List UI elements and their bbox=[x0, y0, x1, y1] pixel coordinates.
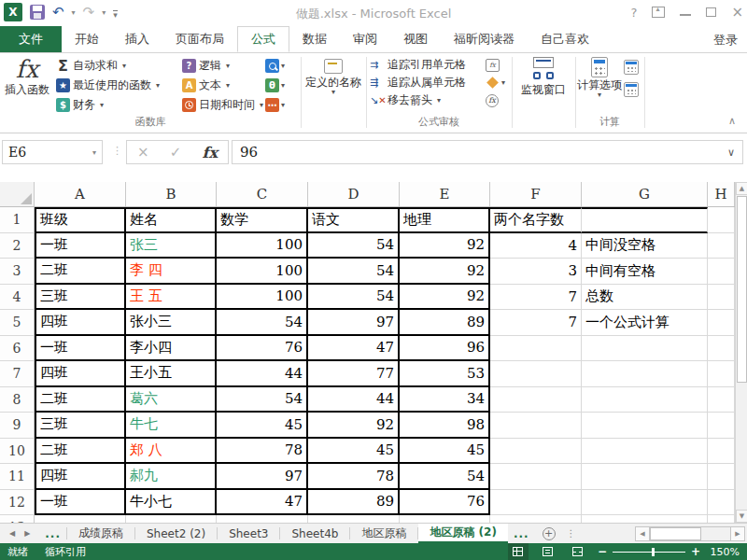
cell-E13[interactable] bbox=[400, 515, 490, 523]
scroll-up-icon[interactable]: ▲ bbox=[736, 182, 747, 195]
cell-E9[interactable]: 98 bbox=[400, 413, 490, 439]
sheet-tab-2[interactable]: Sheet2 (2) bbox=[135, 524, 217, 543]
cell-E2[interactable]: 92 bbox=[400, 233, 490, 259]
cell-E11[interactable]: 54 bbox=[400, 464, 490, 490]
zoom-level[interactable]: 150% bbox=[710, 546, 740, 558]
collapse-ribbon-button[interactable]: ∧ bbox=[728, 115, 736, 127]
row-header-13[interactable]: 13 bbox=[0, 515, 35, 523]
cell-G1[interactable] bbox=[582, 207, 708, 233]
scroll-down-icon[interactable]: ▼ bbox=[736, 510, 747, 523]
scroll-right-icon[interactable]: ▶ bbox=[730, 526, 745, 541]
watch-window-button[interactable]: 监视窗口 bbox=[514, 55, 573, 96]
cell-D8[interactable]: 44 bbox=[308, 387, 400, 413]
select-all-corner[interactable] bbox=[0, 182, 35, 206]
math-trig-button[interactable]: θ▾ bbox=[265, 76, 285, 95]
cell-A10[interactable]: 二班 bbox=[35, 439, 126, 465]
cell-C1[interactable]: 数学 bbox=[217, 207, 308, 233]
close-button[interactable]: × bbox=[731, 4, 743, 21]
more-sheets-left[interactable]: ... bbox=[39, 524, 66, 543]
row-header-10[interactable]: 10 bbox=[0, 439, 35, 465]
minimize-button[interactable] bbox=[680, 8, 691, 16]
cell-H13[interactable] bbox=[708, 515, 735, 523]
cell-C3[interactable]: 100 bbox=[217, 259, 308, 285]
cell-G3[interactable]: 中间有空格 bbox=[582, 259, 708, 285]
cell-E6[interactable]: 96 bbox=[400, 336, 490, 362]
help-button[interactable]: ? bbox=[631, 6, 638, 20]
maximize-button[interactable] bbox=[706, 7, 716, 17]
more-functions-button[interactable]: ⋯▾ bbox=[265, 95, 285, 115]
cell-C6[interactable]: 76 bbox=[217, 336, 308, 362]
ribbon-tab-2[interactable]: 开始 bbox=[62, 26, 112, 52]
cell-E7[interactable]: 53 bbox=[400, 361, 490, 387]
ribbon-tab-8[interactable]: 视图 bbox=[390, 26, 441, 52]
vertical-scroll-thumb[interactable] bbox=[737, 196, 747, 383]
row-header-1[interactable]: 1 bbox=[0, 207, 35, 233]
sheet-nav-right-icon[interactable]: ▶ bbox=[24, 529, 30, 538]
date-time-functions-button[interactable]: 日期和时间▾ bbox=[182, 95, 263, 115]
cell-B2[interactable]: 张三 bbox=[126, 233, 217, 259]
column-header-H[interactable]: H bbox=[708, 182, 735, 206]
insert-function-button[interactable]: fx 插入函数 bbox=[2, 55, 52, 96]
cell-G7[interactable] bbox=[582, 361, 708, 387]
row-header-8[interactable]: 8 bbox=[0, 387, 35, 413]
cell-D6[interactable]: 47 bbox=[308, 336, 400, 362]
enter-icon[interactable]: ✓ bbox=[170, 144, 182, 161]
cell-B12[interactable]: 牛小七 bbox=[126, 490, 217, 516]
ribbon-tab-4[interactable]: 页面布局 bbox=[162, 26, 237, 52]
cell-G12[interactable] bbox=[582, 490, 708, 516]
cell-F11[interactable] bbox=[490, 464, 582, 490]
row-header-2[interactable]: 2 bbox=[0, 233, 35, 259]
cell-H6[interactable] bbox=[708, 336, 735, 362]
row-header-7[interactable]: 7 bbox=[0, 361, 35, 387]
column-header-D[interactable]: D bbox=[308, 182, 400, 206]
cell-H8[interactable] bbox=[708, 387, 735, 413]
cell-C4[interactable]: 100 bbox=[217, 285, 308, 311]
cell-H4[interactable] bbox=[708, 285, 735, 311]
name-box[interactable]: E6 ▾ bbox=[2, 140, 103, 164]
cell-A8[interactable]: 二班 bbox=[35, 387, 126, 413]
zoom-slider-thumb[interactable] bbox=[652, 548, 655, 556]
trace-precedents-button[interactable]: ⇉ 追踪引用单元格 bbox=[370, 56, 469, 74]
row-header-3[interactable]: 3 bbox=[0, 259, 35, 285]
circular-reference-status[interactable]: 循环引用 bbox=[45, 545, 86, 559]
cell-F12[interactable] bbox=[490, 490, 582, 516]
cell-B11[interactable]: 郝九 bbox=[126, 464, 217, 490]
sheet-tab-3[interactable]: Sheet3 bbox=[218, 524, 279, 543]
formula-bar-handle[interactable]: ⋮ bbox=[112, 145, 123, 157]
sign-in-link[interactable]: 登录 bbox=[713, 26, 738, 53]
cell-E5[interactable]: 89 bbox=[400, 310, 490, 336]
calculate-sheet-button[interactable] bbox=[624, 82, 639, 97]
cell-H5[interactable] bbox=[708, 310, 735, 336]
formula-input[interactable]: 96 ∨ bbox=[232, 140, 743, 164]
cell-C11[interactable]: 97 bbox=[217, 464, 308, 490]
ribbon-tab-3[interactable]: 插入 bbox=[112, 26, 162, 52]
column-header-E[interactable]: E bbox=[400, 182, 490, 206]
cell-H2[interactable] bbox=[708, 233, 735, 259]
cell-A4[interactable]: 三班 bbox=[35, 285, 126, 311]
cell-H11[interactable] bbox=[708, 464, 735, 490]
cell-F10[interactable] bbox=[490, 439, 582, 465]
cell-C13[interactable] bbox=[217, 515, 308, 523]
cell-C5[interactable]: 54 bbox=[217, 310, 308, 336]
ribbon-tab-10[interactable]: 自己喜欢 bbox=[528, 26, 602, 52]
cell-B6[interactable]: 李小四 bbox=[126, 336, 217, 362]
cell-C8[interactable]: 54 bbox=[217, 387, 308, 413]
logical-functions-button[interactable]: ? 逻辑▾ bbox=[182, 56, 263, 76]
evaluate-formula-button[interactable]: fx bbox=[486, 91, 505, 109]
horizontal-scroll-thumb[interactable] bbox=[650, 527, 701, 540]
cell-F7[interactable] bbox=[490, 361, 582, 387]
cell-D5[interactable]: 97 bbox=[308, 310, 400, 336]
error-checking-button[interactable]: ▾ bbox=[486, 74, 505, 91]
cell-A13[interactable] bbox=[35, 515, 126, 523]
ribbon-tab-6[interactable]: 数据 bbox=[289, 26, 340, 52]
ribbon-display-options-button[interactable] bbox=[652, 7, 665, 18]
cell-D3[interactable]: 54 bbox=[308, 259, 400, 285]
defined-names-button[interactable]: 定义的名称 ▾ bbox=[303, 55, 364, 96]
cell-E1[interactable]: 地理 bbox=[400, 207, 490, 233]
cell-H3[interactable] bbox=[708, 259, 735, 285]
cell-G4[interactable]: 总数 bbox=[582, 285, 708, 311]
cell-G11[interactable] bbox=[582, 464, 708, 490]
name-box-dropdown-icon[interactable]: ▾ bbox=[92, 148, 96, 157]
horizontal-scrollbar[interactable]: ◀ ▶ bbox=[635, 526, 745, 541]
cell-F9[interactable] bbox=[490, 413, 582, 439]
